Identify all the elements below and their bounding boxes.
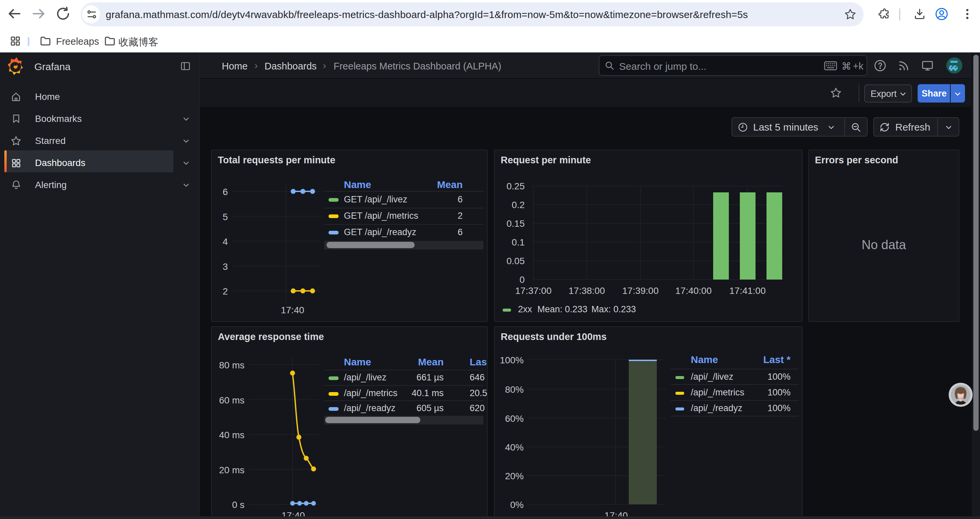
svg-text:0.1: 0.1 [512, 237, 525, 248]
svg-text:17:38:00: 17:38:00 [569, 286, 605, 296]
svg-text:2: 2 [223, 286, 228, 297]
svg-text:0: 0 [519, 275, 525, 285]
svg-text:0.2: 0.2 [512, 200, 525, 210]
svg-text:17:37:00: 17:37:00 [515, 286, 552, 296]
svg-text:60 ms: 60 ms [219, 395, 245, 406]
svg-text:17:41:00: 17:41:00 [730, 286, 766, 296]
svg-text:6: 6 [223, 187, 228, 197]
svg-text:60%: 60% [505, 414, 524, 424]
svg-text:0 s: 0 s [232, 500, 245, 510]
svg-text:20 ms: 20 ms [219, 465, 245, 475]
svg-text:17:40:00: 17:40:00 [675, 286, 712, 296]
svg-text:20%: 20% [505, 471, 524, 481]
svg-text:3: 3 [223, 262, 228, 272]
svg-text:5: 5 [223, 212, 228, 222]
svg-text:40 ms: 40 ms [219, 430, 245, 440]
svg-text:80%: 80% [505, 385, 524, 395]
svg-text:0.05: 0.05 [507, 256, 525, 266]
svg-text:17:39:00: 17:39:00 [622, 286, 659, 296]
svg-text:40%: 40% [505, 442, 524, 452]
svg-text:80 ms: 80 ms [219, 360, 245, 370]
svg-text:100%: 100% [500, 355, 524, 366]
svg-text:4: 4 [223, 236, 228, 247]
svg-text:17:40: 17:40 [281, 305, 304, 315]
svg-text:0.15: 0.15 [507, 219, 525, 229]
svg-text:0.25: 0.25 [507, 181, 525, 192]
svg-text:0%: 0% [510, 500, 524, 510]
